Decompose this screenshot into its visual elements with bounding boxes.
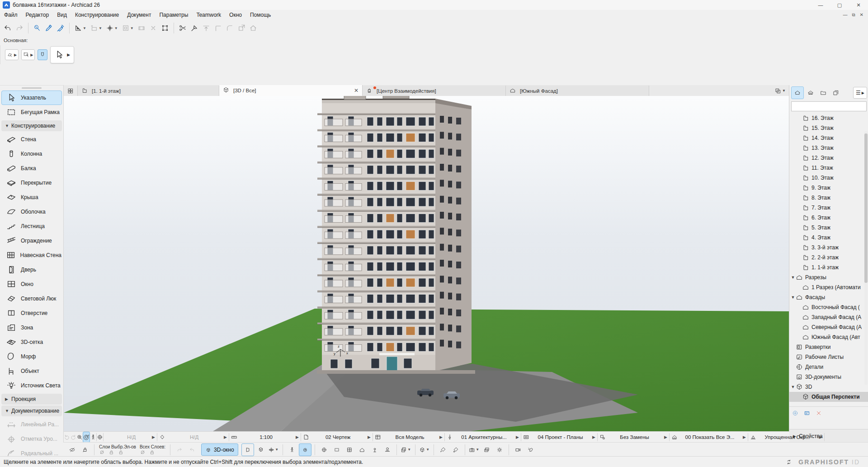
tab-list-button[interactable]: ▼: [775, 86, 786, 96]
setsquare-icon-button[interactable]: ▼: [73, 23, 88, 33]
transform-icon-button[interactable]: [160, 23, 170, 33]
sync-icon[interactable]: [786, 459, 792, 465]
videocam-icon-button[interactable]: [512, 444, 524, 456]
tree-item-2. 2-й этаж[interactable]: 2. 2-й этаж: [789, 253, 868, 262]
tree-item-14. Этаж[interactable]: 14. Этаж: [789, 133, 868, 143]
tab-close-icon[interactable]: ✕: [349, 87, 359, 94]
toolbox-item-Отметка Уро...[interactable]: Отметка Уро...: [1, 432, 62, 446]
eyedropper-icon-button[interactable]: [43, 23, 54, 33]
pointer-icon-main-button[interactable]: ▶: [50, 46, 74, 63]
shadow-icon-button[interactable]: [382, 444, 393, 456]
menu-Teamwork[interactable]: Teamwork: [192, 10, 225, 19]
toolbox-item-Источник Света[interactable]: Источник Света: [1, 378, 62, 393]
redo-icon-button[interactable]: [174, 444, 185, 456]
tree-item-Рабочие Листы[interactable]: Рабочие Листы: [789, 352, 868, 362]
toolbox-item-3D-сетка[interactable]: 3D-сетка: [1, 335, 62, 349]
toolbox-item-Крыша[interactable]: Крыша: [1, 190, 62, 205]
tree-item-3D[interactable]: ▼3D: [789, 382, 868, 392]
snap-icon-button[interactable]: ▼: [104, 23, 119, 33]
undo-icon-button[interactable]: [2, 23, 13, 33]
toolbox-item-Лестница[interactable]: Лестница: [1, 219, 62, 234]
dimension-icon-button[interactable]: [136, 23, 147, 33]
quick-option-04 Проект - Планы[interactable]: 04 Проект - Планы▶: [521, 432, 597, 442]
trim-icon-button[interactable]: [189, 23, 200, 33]
toolbox-item-Ограждение[interactable]: Ограждение: [1, 234, 62, 248]
tree-item-6. Этаж[interactable]: 6. Этаж: [789, 213, 868, 223]
tree-item-13. Этаж[interactable]: 13. Этаж: [789, 143, 868, 153]
render-icon-button[interactable]: [525, 444, 537, 456]
tree-item-Западный Фасад (А[interactable]: Западный Фасад (А: [789, 312, 868, 322]
tree-item-Южный Фасад (Авт[interactable]: Южный Фасад (Авт: [789, 332, 868, 342]
toolbox-item-Радиальный ...[interactable]: Радиальный ...: [1, 446, 62, 457]
tab-[3D / Все][interactable]: [3D / Все]✕: [219, 85, 363, 96]
eye-slash-icon-button[interactable]: [66, 444, 78, 456]
copy-icon-button[interactable]: ▼: [400, 444, 412, 456]
quick-option-00 Показать Все Э...[interactable]: 00 Показать Все Э...▶: [670, 432, 748, 442]
menu-Документ[interactable]: Документ: [123, 10, 155, 19]
panel-drag-handle[interactable]: [22, 87, 42, 89]
quick-option-02 Чертеж[interactable]: 02 Чертеж▶: [301, 432, 373, 442]
home-icon-button[interactable]: [248, 23, 259, 33]
tree-item-Развертки[interactable]: Развертки: [789, 342, 868, 352]
coord-icon-button[interactable]: ▼: [89, 23, 104, 33]
lock-icon[interactable]: [108, 449, 114, 455]
toolbox-item-Окно[interactable]: Окно: [1, 277, 62, 291]
toolbox-item-Световой Люк[interactable]: Световой Люк: [1, 291, 62, 306]
tree-item-Фасады[interactable]: ▼Фасады: [789, 292, 868, 302]
camlevel-icon-button[interactable]: [369, 444, 381, 456]
undo-icon-button[interactable]: [186, 444, 198, 456]
toolbox-item-Колонна[interactable]: Колонна: [1, 147, 62, 161]
sunstudy-icon-button[interactable]: [494, 444, 505, 456]
zoomin-icon-button[interactable]: [76, 432, 83, 442]
tree-item-1 Разрез (Автомати[interactable]: 1 Разрез (Автомати: [789, 282, 868, 292]
doc-win-control-2[interactable]: ✕: [860, 12, 863, 18]
toolbox-item-Отверстие[interactable]: Отверстие: [1, 306, 62, 320]
lock-icon[interactable]: [149, 449, 155, 455]
tree-item-16. Этаж[interactable]: 16. Этаж: [789, 113, 868, 123]
minimize-icon[interactable]: —: [811, 0, 830, 10]
toolbox-item-Зона[interactable]: Зона: [1, 320, 62, 335]
toolbox-section-Конструирование[interactable]: ▼Конструирование: [1, 120, 62, 131]
marquee-select-icon-button[interactable]: ▶: [21, 49, 35, 60]
camera-icon-button[interactable]: ▼: [468, 444, 480, 456]
style-icon-button[interactable]: ▼: [419, 444, 430, 456]
tab-[1. 1-й этаж][interactable]: [1. 1-й этаж]: [78, 86, 219, 96]
menu-Файл[interactable]: Файл: [0, 10, 22, 19]
tree-item-8. Этаж[interactable]: 8. Этаж: [789, 193, 868, 203]
toolbox-item-Навесная Стена[interactable]: Навесная Стена: [1, 248, 62, 262]
toolbox-item-Указатель[interactable]: Указатель: [1, 91, 62, 105]
lasso-select-icon-button[interactable]: ▶: [5, 49, 19, 60]
align-icon-button[interactable]: [201, 23, 212, 33]
orbit3d-icon-button[interactable]: ▼: [268, 444, 279, 456]
tree-item-Разрезы[interactable]: ▼Разрезы: [789, 272, 868, 282]
frame-icon-button[interactable]: ▼: [120, 23, 135, 33]
chevron-down-icon[interactable]: ▼: [790, 275, 796, 280]
corner-icon-button[interactable]: [212, 23, 223, 33]
syringe-icon-button[interactable]: [55, 23, 66, 33]
scissors-icon-button[interactable]: [177, 23, 188, 33]
axo-icon-button[interactable]: [255, 444, 267, 456]
tree-item-Северный Фасад (А[interactable]: Северный Фасад (А: [789, 322, 868, 332]
tree-item-Общая Перспекти[interactable]: Общая Перспекти: [789, 392, 868, 402]
maximize-icon[interactable]: ▢: [830, 0, 849, 10]
tree-item-4. Этаж[interactable]: 4. Этаж: [789, 233, 868, 243]
quick-option-1:100[interactable]: 1:100▶: [229, 432, 301, 442]
fillet-icon-button[interactable]: [224, 23, 235, 33]
toolbox-item-Оболочка[interactable]: Оболочка: [1, 205, 62, 219]
persp-icon-button[interactable]: [241, 443, 254, 456]
layout-book-icon-button[interactable]: [817, 87, 829, 99]
lock-walk-icon-button[interactable]: [79, 444, 91, 456]
close-icon[interactable]: ✕: [849, 0, 868, 10]
quick-option-Упрощенная Окр...[interactable]: Упрощенная Окр...▶: [748, 432, 824, 442]
walk-icon-button[interactable]: [286, 444, 298, 456]
toolbox-section-Проекция[interactable]: ▶Проекция: [1, 394, 62, 405]
toolbox-item-Бегущая Рамка[interactable]: Бегущая Рамка: [1, 105, 62, 119]
chevron-down-icon[interactable]: ▼: [790, 295, 796, 300]
chevron-down-icon[interactable]: ▼: [790, 385, 796, 389]
walk-icon-button[interactable]: [90, 432, 96, 442]
tree-item-9. Этаж[interactable]: 9. Этаж: [789, 183, 868, 193]
tab-[Южный Фасад][interactable]: [Южный Фасад]: [506, 86, 649, 96]
doc-win-control-0[interactable]: —: [843, 12, 847, 18]
empty-set-icon[interactable]: [140, 449, 146, 455]
tree-item-10. Этаж[interactable]: 10. Этаж: [789, 173, 868, 183]
